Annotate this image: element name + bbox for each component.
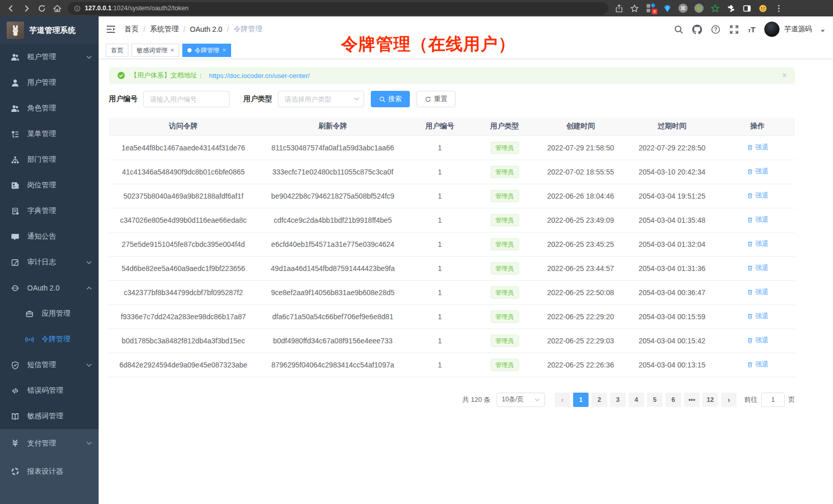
breadcrumb-item[interactable]: OAuth 2.0 bbox=[190, 25, 222, 33]
force-logout-button[interactable]: 强退 bbox=[747, 239, 769, 248]
sidebar-panel-icon[interactable] bbox=[742, 3, 752, 13]
create-time-cell: 2022-06-25 22:29:20 bbox=[537, 304, 624, 328]
github-icon[interactable] bbox=[692, 25, 702, 34]
caret-down-icon[interactable] bbox=[821, 30, 825, 32]
tab-令牌管理[interactable]: 令牌管理× bbox=[182, 44, 231, 57]
force-logout-button[interactable]: 强退 bbox=[747, 191, 769, 200]
chevron-down-icon bbox=[86, 441, 92, 445]
sidebar-item[interactable]: 报表设计器 bbox=[0, 457, 99, 486]
user-id-input[interactable] bbox=[143, 91, 230, 107]
sidebar-item[interactable]: 角色管理 bbox=[0, 95, 99, 121]
select-chevron-icon bbox=[535, 398, 540, 401]
table-row: 41c41346a548490f9dc8b01c6bfe0865333ecfc7… bbox=[109, 160, 795, 184]
avatar[interactable] bbox=[764, 22, 780, 37]
page-button-6[interactable]: 6 bbox=[666, 393, 681, 407]
sidebar-item[interactable]: 租户管理 bbox=[0, 44, 99, 70]
sidebar-item-label: 审计日志 bbox=[27, 258, 56, 267]
goto-page-input[interactable] bbox=[761, 393, 785, 407]
force-logout-button[interactable]: 强退 bbox=[747, 336, 769, 345]
alert-link[interactable]: https://doc.iocoder.cn/user-center/ bbox=[209, 72, 310, 80]
share-icon[interactable] bbox=[612, 2, 626, 15]
reset-button[interactable]: 重置 bbox=[416, 91, 456, 107]
page-button-5[interactable]: 5 bbox=[647, 393, 662, 407]
page-button-1[interactable]: 1 bbox=[573, 393, 589, 407]
hamburger-fold-icon[interactable] bbox=[106, 24, 116, 34]
force-logout-button[interactable]: 强退 bbox=[747, 287, 769, 297]
breadcrumb-item[interactable]: 首页 bbox=[124, 25, 139, 34]
browser-menu-icon[interactable] bbox=[773, 3, 784, 13]
refresh-token-cell: 811c530487574fa0af1a59d3abc1aa66 bbox=[258, 135, 408, 160]
force-logout-button[interactable]: 强退 bbox=[747, 360, 769, 369]
more-pages-button[interactable]: ••• bbox=[684, 393, 699, 407]
sidebar-item[interactable]: 菜单管理 bbox=[0, 121, 99, 147]
table-row: b0d1785bc3a8482f812db4a3f3bd15ecb0df4980… bbox=[109, 328, 795, 353]
sidebar-item[interactable]: 岗位管理 bbox=[0, 172, 99, 198]
force-logout-button[interactable]: 强退 bbox=[747, 143, 769, 152]
page-size-select[interactable]: 10条/页 bbox=[497, 393, 545, 407]
sidebar-item[interactable]: 应用管理 bbox=[0, 301, 99, 326]
gem-extension-icon[interactable] bbox=[662, 3, 672, 13]
dict-icon bbox=[11, 207, 20, 216]
next-page-button[interactable]: › bbox=[721, 393, 736, 407]
reload-icon[interactable] bbox=[35, 2, 48, 15]
user-type-select[interactable] bbox=[278, 91, 364, 107]
tab-close-icon[interactable]: × bbox=[171, 47, 174, 54]
url-text: 127.0.0.1:1024/system/oauth2/token bbox=[85, 5, 188, 12]
extension-grid-icon[interactable]: 9 bbox=[646, 3, 656, 13]
record-extension-icon[interactable] bbox=[694, 3, 704, 13]
home-icon[interactable] bbox=[50, 2, 64, 15]
emoji-profile-icon[interactable] bbox=[758, 3, 768, 13]
sidebar-item[interactable]: OAuth 2.0 bbox=[0, 275, 99, 301]
column-header: 操作 bbox=[720, 118, 795, 135]
command-extension-icon[interactable]: ⌘ bbox=[678, 3, 688, 13]
bookmark-star-icon[interactable] bbox=[628, 2, 641, 15]
total-count: 共 120 条 bbox=[462, 395, 490, 404]
star-extension-icon[interactable] bbox=[710, 3, 720, 13]
tab-首页[interactable]: 首页 bbox=[106, 44, 128, 57]
sidebar-item[interactable]: 部门管理 bbox=[0, 147, 99, 172]
address-bar[interactable]: 127.0.0.1:1024/system/oauth2/token bbox=[68, 2, 608, 15]
trash-icon bbox=[747, 265, 753, 272]
force-logout-button[interactable]: 强退 bbox=[747, 167, 769, 176]
search-icon[interactable] bbox=[674, 25, 684, 34]
force-logout-button[interactable]: 强退 bbox=[747, 263, 769, 273]
page-button-3[interactable]: 3 bbox=[610, 393, 626, 407]
org-icon bbox=[11, 156, 20, 164]
sidebar-item[interactable]: 错误码管理 bbox=[0, 378, 99, 403]
font-size-icon[interactable]: тT bbox=[748, 25, 755, 34]
force-logout-button[interactable]: 强退 bbox=[747, 312, 769, 321]
puzzle-extension-icon[interactable] bbox=[726, 3, 736, 13]
search-button[interactable]: 搜索 bbox=[371, 91, 410, 107]
prev-page-button[interactable]: ‹ bbox=[555, 393, 570, 407]
sidebar-item[interactable]: 用户管理 bbox=[0, 70, 99, 95]
sidebar-item-label: 租户管理 bbox=[27, 52, 56, 62]
tab-close-icon[interactable]: × bbox=[222, 47, 226, 54]
page-button-2[interactable]: 2 bbox=[592, 393, 607, 407]
sidebar-item-label: OAuth 2.0 bbox=[27, 284, 60, 292]
fullscreen-icon[interactable] bbox=[729, 25, 739, 34]
sidebar-item[interactable]: 审计日志 bbox=[0, 249, 99, 275]
page-button-12[interactable]: 12 bbox=[703, 393, 718, 407]
help-icon[interactable]: ? bbox=[711, 25, 721, 34]
user-id-cell: 1 bbox=[408, 304, 472, 328]
chevron-down-icon bbox=[86, 261, 92, 264]
sidebar-item[interactable]: 通知公告 bbox=[0, 224, 99, 249]
create-time-cell: 2022-06-25 23:45:25 bbox=[537, 232, 624, 256]
sidebar-item[interactable]: 短信管理 bbox=[0, 352, 99, 378]
sidebar-item[interactable]: 令牌管理 bbox=[0, 326, 99, 352]
user-type-badge: 管理员 bbox=[490, 311, 519, 323]
page-button-4[interactable]: 4 bbox=[629, 393, 644, 407]
book-icon bbox=[11, 412, 20, 421]
force-logout-button[interactable]: 强退 bbox=[747, 215, 769, 224]
forward-icon[interactable] bbox=[20, 2, 33, 15]
tab-敏感词管理[interactable]: 敏感词管理× bbox=[131, 44, 179, 57]
sidebar-item[interactable]: 支付管理 bbox=[0, 429, 99, 457]
app-logo[interactable]: 芋道管理系统 bbox=[0, 16, 99, 44]
sidebar-item[interactable]: 敏感词管理 bbox=[0, 403, 99, 429]
alert-close-icon[interactable]: × bbox=[782, 71, 787, 80]
sidebar-item[interactable]: 字典管理 bbox=[0, 198, 99, 224]
breadcrumb-item[interactable]: 系统管理 bbox=[150, 25, 179, 34]
user-id-cell: 1 bbox=[408, 160, 472, 184]
back-icon[interactable] bbox=[4, 2, 17, 15]
trash-icon bbox=[747, 337, 753, 344]
